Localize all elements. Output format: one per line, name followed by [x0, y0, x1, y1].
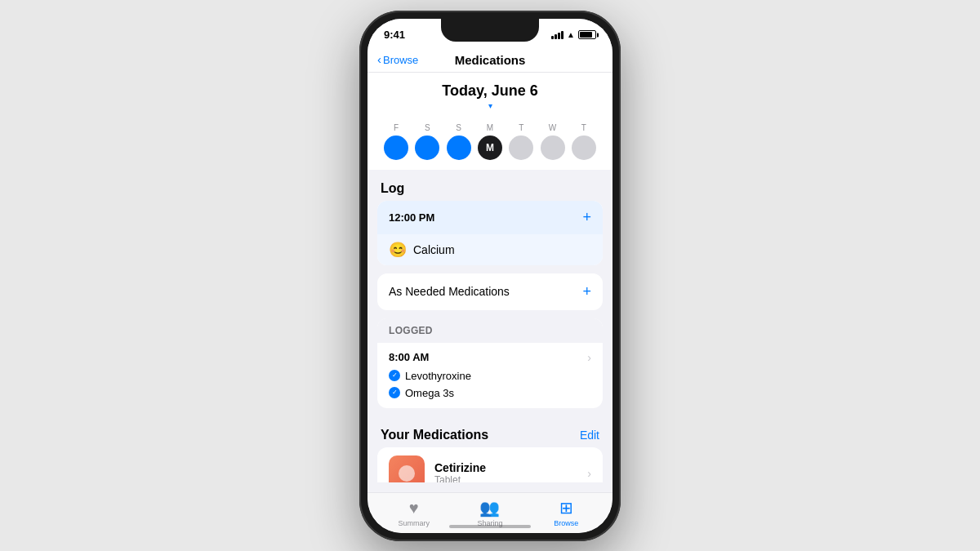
tab-summary[interactable]: ♥ Summary — [376, 499, 452, 527]
date-dropdown-icon: ▾ — [381, 101, 599, 110]
log-card-noon: 12:00 PM + 😊 Calcium — [377, 201, 603, 265]
log-calcium-row[interactable]: 😊 Calcium — [377, 234, 603, 265]
log-section-header: Log — [368, 170, 612, 201]
your-meds-edit-button[interactable]: Edit — [580, 429, 599, 442]
cetirizine-card[interactable]: Cetirizine Tablet › — [377, 447, 603, 482]
log-time-row: 12:00 PM + — [377, 201, 603, 234]
cetirizine-icon — [389, 455, 425, 482]
heart-icon: ♥ — [409, 499, 419, 518]
day-selector: F S S M M T — [368, 117, 612, 170]
day-item-t1[interactable]: T — [509, 123, 533, 160]
logged-med-levo: ✓ Levothyroxine — [377, 367, 603, 384]
day-item-m[interactable]: M M — [478, 123, 502, 160]
logged-time-label: 8:00 AM — [389, 351, 429, 363]
cetirizine-name: Cetirizine — [434, 461, 577, 474]
scroll-content[interactable]: Today, June 6 ▾ F S S M — [368, 73, 612, 482]
day-item-f[interactable]: F — [384, 123, 408, 160]
calcium-icon: 😊 — [389, 241, 407, 259]
omega-label: Omega 3s — [405, 387, 454, 399]
browse-icon: ⊞ — [559, 498, 573, 518]
tab-sharing[interactable]: 👥 Sharing — [452, 498, 528, 527]
check-icon-levo: ✓ — [389, 370, 400, 381]
nav-title: Medications — [455, 53, 526, 67]
home-indicator — [449, 525, 531, 528]
log-time-label: 12:00 PM — [389, 211, 434, 224]
check-icon-omega: ✓ — [389, 387, 400, 398]
logged-chevron-icon: › — [587, 351, 591, 364]
status-time: 9:41 — [384, 29, 405, 41]
cetirizine-chevron-icon: › — [587, 467, 591, 480]
cetirizine-type: Tablet — [434, 474, 577, 482]
logged-header: Logged — [377, 318, 603, 343]
day-item-s1[interactable]: S — [415, 123, 439, 160]
phone-frame: 9:41 ▲ ‹ Browse Medications — [359, 11, 621, 541]
tab-browse[interactable]: ⊞ Browse — [528, 498, 604, 527]
as-needed-label: As Needed Medications — [389, 285, 510, 298]
navigation-bar: ‹ Browse Medications — [368, 48, 612, 73]
date-header: Today, June 6 ▾ — [368, 73, 612, 117]
cetirizine-info: Cetirizine Tablet — [434, 461, 577, 482]
calcium-label: Calcium — [413, 243, 455, 256]
date-title: Today, June 6 — [381, 82, 599, 100]
phone-screen: 9:41 ▲ ‹ Browse Medications — [368, 19, 612, 533]
signal-icon — [551, 31, 564, 39]
day-item-w[interactable]: W — [541, 123, 565, 160]
logged-med-omega: ✓ Omega 3s — [377, 384, 603, 402]
as-needed-row[interactable]: As Needed Medications + — [377, 273, 603, 310]
logged-card: Logged 8:00 AM › ✓ Levothyroxine ✓ Omega… — [377, 318, 603, 408]
your-meds-title: Your Medications — [381, 428, 488, 442]
back-button[interactable]: ‹ Browse — [377, 53, 418, 66]
levo-label: Levothyroxine — [405, 370, 471, 382]
day-item-s2[interactable]: S — [447, 123, 471, 160]
status-icons: ▲ — [551, 30, 596, 39]
back-label: Browse — [383, 54, 418, 66]
back-chevron-icon: ‹ — [377, 52, 381, 66]
wifi-icon: ▲ — [567, 30, 575, 39]
battery-icon — [578, 30, 596, 39]
notch — [441, 19, 539, 42]
day-item-t2[interactable]: T — [572, 123, 596, 160]
as-needed-add-button[interactable]: + — [582, 283, 591, 300]
tab-summary-label: Summary — [398, 519, 430, 527]
your-meds-section-header: Your Medications Edit — [368, 416, 612, 447]
sharing-icon: 👥 — [479, 498, 500, 518]
log-add-button[interactable]: + — [582, 209, 591, 226]
tab-browse-label: Browse — [554, 519, 578, 527]
logged-time-row[interactable]: 8:00 AM › — [377, 343, 603, 367]
